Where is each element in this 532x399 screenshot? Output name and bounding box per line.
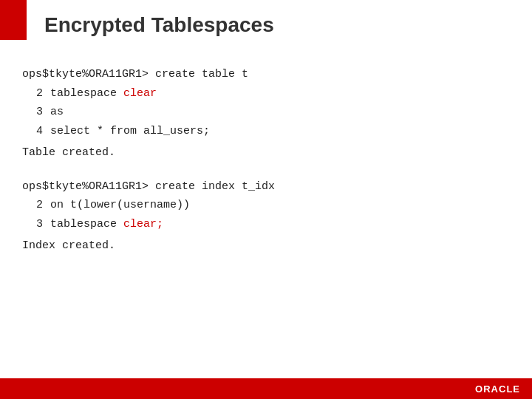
code-line-1-2: 2 tablespace clear [22,84,510,103]
footer-bar: ORACLE [0,378,532,399]
line-text-1-3: as [50,103,64,122]
code-block-1: ops$tkyte%ORA11GR1> create table t 2 tab… [22,65,510,163]
content-area: ops$tkyte%ORA11GR1> create table t 2 tab… [0,50,532,285]
code-line-1-4: 4 select * from all_users; [22,122,510,141]
line-num-1-3: 3 [22,103,43,122]
prompt-text-1: ops$tkyte%ORA11GR1> create table t [22,65,248,84]
code-block-2: ops$tkyte%ORA11GR1> create index t_idx 2… [22,177,510,256]
line-text-2-2: on t(lower(username)) [50,196,190,215]
red-accent-bar [0,0,27,40]
line-num-2-3: 3 [22,215,43,234]
result-1: Table created. [22,143,510,163]
highlight-clear-2: clear; [123,218,163,231]
code-line-1-3: 3 as [22,103,510,122]
line-text-2-3: tablespace clear; [50,215,163,234]
line-text-1-4: select * from all_users; [50,122,210,141]
highlight-clear-1: clear [123,87,157,100]
page-title: Encrypted Tablespaces [44,13,517,37]
line-num-2-2: 2 [22,196,43,215]
prompt-line-1: ops$tkyte%ORA11GR1> create table t [22,65,510,84]
line-num-1-2: 2 [22,84,43,103]
line-num-1-4: 4 [22,122,43,141]
title-area: Encrypted Tablespaces [0,0,532,50]
oracle-logo: ORACLE [475,383,520,395]
code-line-2-2: 2 on t(lower(username)) [22,196,510,215]
prompt-text-2: ops$tkyte%ORA11GR1> create index t_idx [22,177,275,197]
prompt-line-2: ops$tkyte%ORA11GR1> create index t_idx [22,177,510,197]
code-line-2-3: 3 tablespace clear; [22,215,510,234]
line-text-1-2: tablespace clear [50,84,157,103]
result-2: Index created. [22,236,510,256]
